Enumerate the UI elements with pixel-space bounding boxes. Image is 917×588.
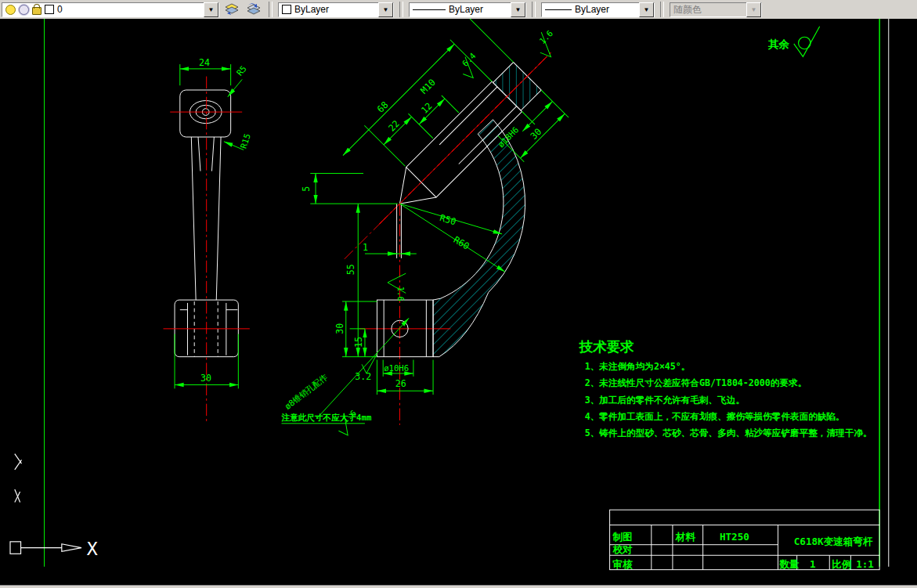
main-view-upper-assembly: 22 12 68 M10 30 ø18H6 6.4 1.6 [294, 19, 602, 265]
tech-item: 5、铸件上的型砂、芯砂、芯骨、多肉、粘沙等应铲磨平整，清理干净。 [585, 427, 872, 438]
upper-dim-lines [311, 19, 597, 249]
toolbar-separator [399, 2, 403, 17]
dim-22: 22 [386, 118, 402, 134]
dim-55: 55 [345, 264, 356, 275]
dim-m10: M10 [418, 77, 438, 96]
scale-value: 1:1 [856, 558, 874, 570]
tech-title: 技术要求 [579, 339, 634, 355]
left-view-centerlines [164, 77, 250, 424]
toolbar-separator [269, 2, 273, 17]
layer-combo-arrow[interactable]: ▼ [204, 2, 218, 17]
check-label: 校对 [612, 543, 633, 555]
dim-r15: R15 [239, 132, 253, 150]
caution-note: 注意此尺寸不应大于4mm [281, 413, 372, 423]
ucs-x-label: X [87, 538, 98, 559]
layers-icon [225, 3, 239, 16]
tech-requirements: 技术要求 1、未注倒角均为2×45°。 2、未注线性尺寸公差应符合GB/T180… [579, 339, 872, 438]
slot-lines [397, 204, 402, 258]
dim-26: 26 [395, 378, 406, 389]
title-block: 制图 校对 审核 材料 HT250 C618K变速箱弯杆 数量 1 比例 1:1 [610, 510, 880, 570]
dim-30-block: 30 [334, 323, 345, 334]
layer-combo[interactable]: 0 ▼ [2, 2, 219, 17]
linetype-value: ByLayer [449, 4, 483, 15]
layer-freeze-icon [19, 5, 29, 15]
plotstyle-value: 随颜色 [673, 3, 702, 16]
tech-item: 4、零件加工表面上，不应有划痕、擦伤等损伤零件表面的缺陷。 [585, 411, 845, 422]
layer-color-chip [45, 5, 54, 14]
layer-on-icon [5, 5, 16, 15]
radius-dims [399, 204, 505, 272]
tech-item: 1、未注倒角均为2×45°。 [585, 361, 691, 372]
lineweight-combo[interactable]: ByLayer ▼ [541, 2, 655, 17]
cad-drawing: 24 R5 R15 30 [0, 19, 917, 585]
drawing-viewport[interactable]: 24 R5 R15 30 [0, 19, 917, 585]
lineweight-value: ByLayer [575, 4, 609, 15]
drawn-label: 制图 [612, 531, 632, 543]
dim-5: 5 [301, 186, 312, 192]
color-combo-arrow[interactable]: ▼ [378, 2, 393, 17]
dim-r50: R50 [439, 212, 457, 228]
material-value: HT250 [720, 531, 749, 543]
default-roughness-label: 其余 [768, 38, 790, 50]
plotstyle-combo: 随颜色 ▼ [670, 2, 762, 17]
ra-1-6-step: 1.6 [395, 287, 406, 301]
ucs-icon [10, 454, 81, 554]
dim-30-bottom: 30 [200, 373, 211, 384]
material-label: 材料 [675, 531, 696, 543]
linetype-sample [413, 9, 446, 10]
review-label: 审核 [612, 558, 633, 570]
layer-previous-button[interactable] [244, 1, 263, 18]
layer-previous-icon [247, 3, 261, 16]
make-layer-current-button[interactable] [222, 1, 241, 18]
part-title: C618K变速箱弯杆 [794, 536, 873, 547]
toolbar: 0 ▼ ByLayer ▼ ByLayer ▼ ByLayer ▼ 随颜色 ▼ [0, 0, 917, 20]
main-view-hook [433, 120, 525, 357]
scale-label: 比例 [832, 558, 852, 570]
qty-value: 1 [810, 558, 816, 570]
layer-lock-icon [32, 7, 42, 15]
dim-12: 12 [419, 100, 435, 116]
dim-hole: ø10H6 [384, 363, 409, 373]
layer-name: 0 [57, 4, 63, 15]
dim-r60: R60 [452, 234, 471, 252]
dim-24: 24 [199, 57, 210, 68]
dim-r5: R5 [235, 63, 249, 78]
lineweight-combo-arrow[interactable]: ▼ [639, 2, 654, 17]
linetype-combo[interactable]: ByLayer ▼ [409, 2, 526, 17]
tech-item: 3、加工后的零件不允许有毛刺、飞边。 [585, 395, 745, 406]
dim-1: 1 [363, 242, 368, 253]
pin-hole-note: ø8锥销孔配作 [283, 372, 330, 412]
autocad-window: { "toolbar": { "layer_value": "0", "colo… [0, 0, 917, 588]
ra-3-2: 3.2 [355, 371, 371, 382]
default-roughness-symbol [794, 27, 820, 57]
color-value: ByLayer [294, 4, 329, 15]
plotstyle-combo-arrow: ▼ [746, 2, 761, 17]
linetype-combo-arrow[interactable]: ▼ [511, 2, 525, 17]
dim-15: 15 [353, 337, 364, 348]
dim-68: 68 [375, 99, 391, 115]
toolbar-separator [660, 2, 664, 17]
ra-6-4: 6.4 [460, 51, 478, 69]
command-window-edge[interactable] [0, 585, 917, 588]
ra-1-6-end: 1.6 [537, 28, 555, 46]
tech-item: 2、未注线性尺寸公差应符合GB/T1804-2000的要求。 [585, 377, 807, 388]
color-combo[interactable]: ByLayer ▼ [278, 2, 394, 17]
toolbar-separator [532, 2, 536, 17]
lineweight-sample [545, 9, 572, 10]
dim-30-boss: 30 [528, 126, 543, 142]
color-chip [282, 5, 291, 14]
qty-label: 数量 [778, 558, 800, 570]
